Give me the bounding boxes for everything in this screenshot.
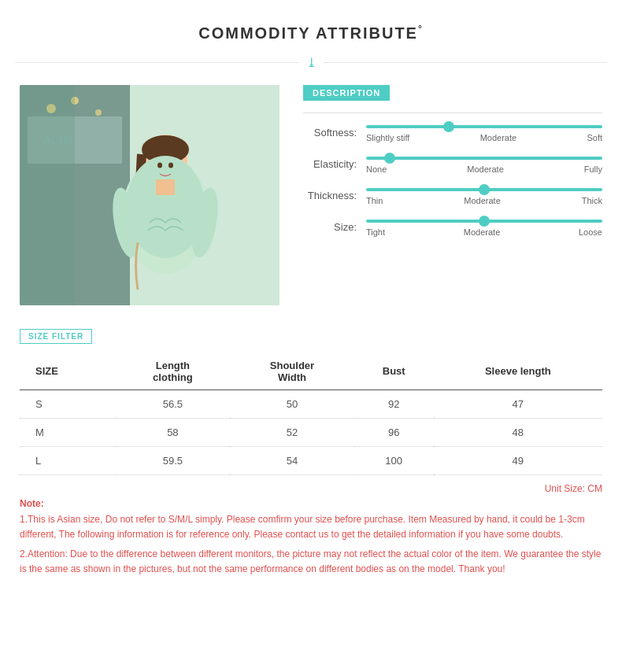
product-image: ALTN bbox=[20, 85, 280, 305]
note-section: Note: 1.This is Asian size, Do not refer… bbox=[20, 498, 602, 578]
cell-shoulder-s: 50 bbox=[230, 390, 354, 418]
note-title: Note: bbox=[20, 498, 602, 509]
cell-shoulder-m: 52 bbox=[230, 418, 354, 446]
svg-point-7 bbox=[95, 109, 102, 116]
svg-point-16 bbox=[168, 162, 173, 168]
unit-note: Unit Size: CM bbox=[20, 483, 602, 494]
cell-length-s: 56.5 bbox=[116, 390, 231, 418]
elasticity-slider: None Moderate Fully bbox=[366, 157, 602, 174]
divider-right bbox=[324, 62, 607, 63]
thickness-labels: Thin Moderate Thick bbox=[366, 196, 602, 205]
cell-shoulder-l: 54 bbox=[230, 446, 354, 474]
elasticity-thumb bbox=[384, 153, 395, 164]
size-filter-badge: SIZE FILTER bbox=[20, 329, 92, 344]
softness-label-1: Slightly stiff bbox=[366, 133, 409, 142]
thickness-label-3: Thick bbox=[582, 196, 602, 205]
col-length: Lengthclothing bbox=[116, 353, 231, 390]
cell-sleeve-m: 48 bbox=[434, 418, 602, 446]
elasticity-track bbox=[366, 157, 602, 160]
elasticity-labels: None Moderate Fully bbox=[366, 164, 602, 174]
size-label-3: Loose bbox=[579, 227, 602, 237]
svg-point-15 bbox=[157, 162, 162, 168]
table-row: M 58 52 96 48 bbox=[20, 418, 602, 446]
cell-size-s: S bbox=[20, 390, 116, 418]
cell-bust-l: 100 bbox=[354, 446, 434, 474]
size-label-1: Tight bbox=[366, 227, 385, 237]
softness-thumb bbox=[443, 121, 454, 132]
elasticity-label: Elasticity: bbox=[303, 157, 366, 170]
thickness-track bbox=[366, 188, 602, 191]
chevron-down-icon: ⤓ bbox=[306, 57, 317, 69]
thickness-slider: Thin Moderate Thick bbox=[366, 188, 602, 205]
svg-rect-14 bbox=[156, 179, 175, 195]
cell-length-m: 58 bbox=[116, 418, 231, 446]
size-filter-section: SIZE FILTER SIZE Lengthclothing Shoulder… bbox=[20, 329, 602, 475]
elasticity-label-3: Fully bbox=[584, 164, 602, 174]
cell-bust-s: 92 bbox=[354, 390, 434, 418]
softness-row: Softness: Slightly stiff Moderate Soft bbox=[303, 125, 602, 142]
cell-size-l: L bbox=[20, 446, 116, 474]
softness-track bbox=[366, 125, 602, 128]
cell-bust-m: 96 bbox=[354, 418, 434, 446]
table-header-row: SIZE Lengthclothing ShoulderWidth Bust S… bbox=[20, 353, 602, 390]
table-row: L 59.5 54 100 49 bbox=[20, 446, 602, 474]
page-title: COMMODITY ATTRIBUTE° bbox=[0, 24, 622, 42]
attribute-panel: DESCRIPTION Softness: Slightly stiff Mod… bbox=[303, 85, 602, 251]
elasticity-label-1: None bbox=[366, 164, 387, 174]
elasticity-row: Elasticity: None Moderate Fully bbox=[303, 157, 602, 174]
size-label-2: Moderate bbox=[464, 227, 500, 237]
svg-rect-17 bbox=[20, 85, 75, 305]
thickness-thumb bbox=[479, 184, 490, 195]
thickness-label-1: Thin bbox=[366, 196, 383, 205]
note-line-1: 1.This is Asian size, Do not refer to S/… bbox=[20, 512, 602, 542]
softness-slider: Slightly stiff Moderate Soft bbox=[366, 125, 602, 142]
col-size: SIZE bbox=[20, 353, 116, 390]
description-divider bbox=[303, 113, 602, 113]
thickness-label-2: Moderate bbox=[464, 196, 500, 205]
main-content: ALTN bbox=[0, 69, 622, 321]
softness-labels: Slightly stiff Moderate Soft bbox=[366, 133, 602, 142]
size-slider: Tight Moderate Loose bbox=[366, 220, 602, 237]
size-attr-label: Size: bbox=[303, 220, 366, 233]
col-sleeve: Sleeve length bbox=[434, 353, 602, 390]
cell-size-m: M bbox=[20, 418, 116, 446]
size-labels: Tight Moderate Loose bbox=[366, 227, 602, 237]
softness-label-2: Moderate bbox=[480, 133, 516, 142]
softness-label-3: Soft bbox=[587, 133, 602, 142]
size-table: SIZE Lengthclothing ShoulderWidth Bust S… bbox=[20, 353, 602, 475]
elasticity-label-2: Moderate bbox=[467, 164, 503, 174]
table-row: S 56.5 50 92 47 bbox=[20, 390, 602, 418]
size-track bbox=[366, 220, 602, 223]
cell-sleeve-s: 47 bbox=[434, 390, 602, 418]
page-header: COMMODITY ATTRIBUTE° bbox=[0, 0, 622, 50]
cell-length-l: 59.5 bbox=[116, 446, 231, 474]
divider-left bbox=[16, 62, 298, 63]
col-bust: Bust bbox=[354, 353, 434, 390]
header-divider: ⤓ bbox=[16, 57, 606, 69]
size-thumb bbox=[479, 216, 490, 227]
description-badge: DESCRIPTION bbox=[303, 85, 390, 101]
size-attr-row: Size: Tight Moderate Loose bbox=[303, 220, 602, 237]
thickness-row: Thickness: Thin Moderate Thick bbox=[303, 188, 602, 205]
thickness-label: Thickness: bbox=[303, 188, 366, 201]
note-line-2: 2.Attention: Due to the difference betwe… bbox=[20, 547, 602, 577]
col-shoulder: ShoulderWidth bbox=[230, 353, 354, 390]
softness-label: Softness: bbox=[303, 125, 366, 138]
cell-sleeve-l: 49 bbox=[434, 446, 602, 474]
